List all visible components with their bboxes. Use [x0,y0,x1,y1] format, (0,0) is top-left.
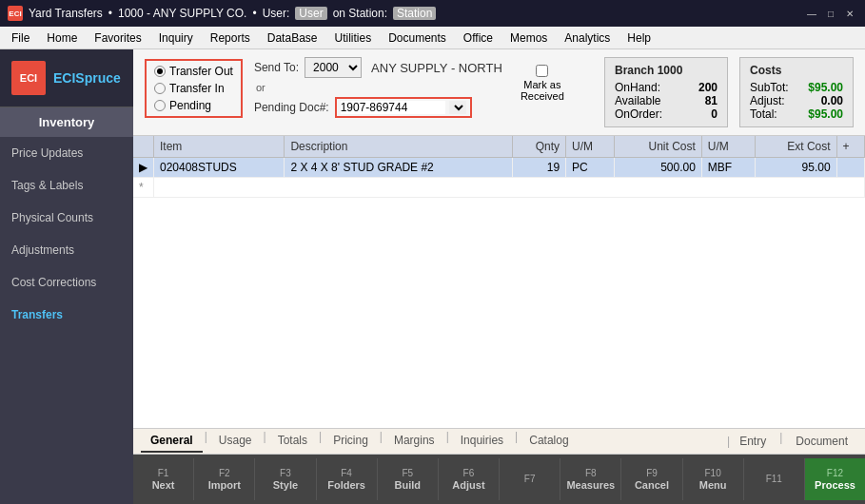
fkey-label: Adjust [452,479,484,491]
close-button[interactable]: ✕ [842,6,857,21]
col-item: Item [154,136,285,158]
row-description: 2 X 4 X 8' STUD GRADE #2 [285,158,513,178]
transfer-out-radio[interactable] [154,66,166,77]
pending-radio[interactable] [154,100,166,111]
tab-separator-4: | [380,430,383,453]
fkey-num-label: F10 [705,468,721,478]
tab-separator-1: | [205,430,207,453]
costs-info: Costs SubTot:$95.00Adjust:0.00Total:$95.… [739,57,854,127]
transfer-in-radio-row[interactable]: Transfer In [154,82,233,95]
col-um: U/M [566,136,615,158]
transfer-out-radio-row[interactable]: Transfer Out [154,65,233,78]
fkey-f10[interactable]: F10Menu [683,458,744,500]
pending-doc-dropdown[interactable] [449,101,466,114]
branch-row: OnHand:200 [615,81,718,94]
tab-separator-5: | [446,430,449,453]
fkey-label: Next [152,479,175,491]
sidebar-item-physical-counts[interactable]: Physical Counts [0,202,133,234]
table-header-row: Item Description Qnty U/M Unit Cost U/M … [133,136,865,158]
pending-doc-label: Pending Doc#: [254,101,329,114]
pending-radio-row[interactable]: Pending [154,99,233,112]
sidebar-item-tags-&-labels[interactable]: Tags & Labels [0,169,133,202]
menu-item-home[interactable]: Home [39,29,85,47]
fkey-f1[interactable]: F1Next [133,458,194,500]
branch-row-value: 0 [711,107,718,121]
fkey-f2[interactable]: F2Import [194,458,255,500]
menu-item-help[interactable]: Help [619,29,659,47]
sidebar-item-adjustments[interactable]: Adjustments [0,234,133,266]
fkey-label: Menu [699,479,727,491]
fkey-f5[interactable]: F5Build [378,458,439,500]
col-ext-cost: Ext Cost [756,136,837,158]
col-unit-cost: Unit Cost [615,136,701,158]
tab-catalog[interactable]: Catalog [520,430,578,453]
fkey-f8[interactable]: F8Measures [560,458,621,500]
pending-doc-input[interactable] [341,101,445,114]
tab-totals[interactable]: Totals [268,430,317,453]
row-plus [836,158,864,178]
branch-rows: OnHand:200Available81OnOrder:0 [615,81,718,121]
menu-item-documents[interactable]: Documents [381,29,454,47]
content-area: Transfer Out Transfer In Pending Send To… [133,49,865,504]
menu-item-utilities[interactable]: Utilities [326,29,379,47]
fkey-f6[interactable]: F6Adjust [439,458,500,500]
menu-item-database[interactable]: DataBase [260,29,325,47]
minimize-button[interactable]: — [804,6,819,21]
send-to-input[interactable]: 2000 [305,57,362,78]
col-plus: + [836,136,864,158]
fkey-f7[interactable]: F7 [500,458,560,500]
branch-row-value: 200 [698,81,718,94]
menu-item-file[interactable]: File [4,29,37,47]
col-qnty: Qnty [512,136,565,158]
mark-received-checkbox[interactable] [536,65,548,77]
fkey-f9[interactable]: F9Cancel [621,458,682,500]
tab-general[interactable]: General [141,430,203,453]
sidebar-item-cost-corrections[interactable]: Cost Corrections [0,266,133,299]
sidebar: ECI ECISpruce Inventory Price UpdatesTag… [0,49,133,504]
title-company: 1000 - ANY SUPPLY CO. [118,7,246,20]
tab-usage[interactable]: Usage [209,430,262,453]
row-indicator: ▶ [133,158,154,178]
row-qnty: 19 [512,158,565,178]
cost-row: Adjust:0.00 [750,94,843,107]
fkey-num-label: F12 [827,468,843,478]
menu-item-analytics[interactable]: Analytics [557,29,618,47]
tab-right-document[interactable]: Document [786,431,857,452]
menu-item-favorites[interactable]: Favorites [87,29,148,47]
fkey-label: Build [395,479,422,491]
col-cost-um: U/M [701,136,755,158]
sidebar-item-transfers[interactable]: Transfers [0,299,133,331]
maximize-button[interactable]: □ [823,6,838,21]
title-bar-left: ECI Yard Transfers • 1000 - ANY SUPPLY C… [8,6,436,21]
col-indicator [133,136,154,158]
cost-row-label: Adjust: [750,94,785,107]
branch-row: Available81 [615,94,718,107]
menu-item-inquiry[interactable]: Inquiry [151,29,201,47]
inventory-table: Item Description Qnty U/M Unit Cost U/M … [133,136,865,198]
row-ext-cost: 95.00 [756,158,837,178]
fkey-f4[interactable]: F4Folders [317,458,378,500]
tab-inquiries[interactable]: Inquiries [451,430,513,453]
transfer-in-radio[interactable] [154,83,166,94]
tab-margins[interactable]: Margins [384,430,444,453]
menu-item-memos[interactable]: Memos [502,29,555,47]
fkey-f12[interactable]: F12Process [805,458,865,500]
logo-text: ECISpruce [53,70,121,86]
sidebar-section-inventory: Inventory [0,107,133,137]
fkey-num-label: F11 [766,474,782,484]
col-description: Description [285,136,513,158]
title-bar-title: Yard Transfers [29,7,103,20]
fkey-f3[interactable]: F3Style [255,458,316,500]
mark-received-label: Mark as Received [514,79,571,102]
tab-right-entry[interactable]: Entry [730,431,776,452]
tab-separator-2: | [264,430,266,453]
table-row[interactable]: ▶ 020408STUDS 2 X 4 X 8' STUD GRADE #2 1… [133,158,865,178]
pending-label: Pending [169,99,211,112]
title-bar-controls: — □ ✕ [804,6,857,21]
table-new-row[interactable]: * [133,178,865,198]
tab-pricing[interactable]: Pricing [324,430,378,453]
sidebar-item-price-updates[interactable]: Price Updates [0,137,133,169]
menu-item-reports[interactable]: Reports [203,29,258,47]
menu-item-office[interactable]: Office [456,29,501,47]
fkey-f11[interactable]: F11 [744,458,805,500]
